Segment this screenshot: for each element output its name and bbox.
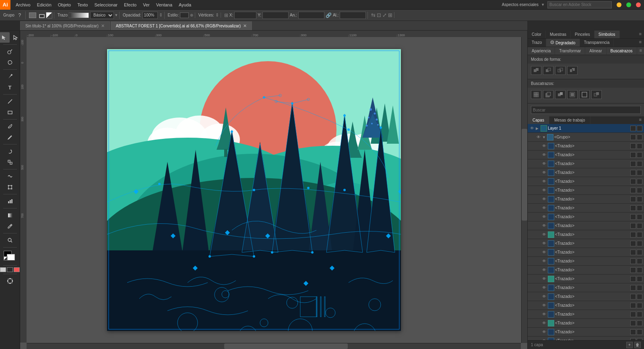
t20-vis[interactable]: 👁 [541,320,547,326]
canvas-content[interactable] [27,37,521,343]
expand-icon[interactable]: ⤢ [382,12,387,18]
t5-lock[interactable] [630,188,636,193]
grupo-lock[interactable] [630,134,636,140]
t6-lock[interactable] [630,196,636,202]
t12-lock[interactable] [630,250,636,255]
t6-target[interactable] [637,196,642,202]
t9-name[interactable]: <Trazado> [555,223,630,228]
t12-vis[interactable]: 👁 [541,250,547,255]
trim-btn[interactable] [543,90,553,99]
magic-wand-tool[interactable] [4,46,16,57]
t5-name[interactable]: <Trazado> [555,188,630,192]
t17-lock[interactable] [630,294,636,299]
horizontal-scrollbar[interactable] [27,343,521,349]
vertices-stepper[interactable]: ⇕ [215,12,219,18]
property-panel-options-btn[interactable]: ≡ [637,47,644,55]
trazado-item-12[interactable]: 👁 <Trazado> [528,248,644,257]
artboard[interactable] [107,49,401,331]
lasso-tool[interactable] [4,57,16,68]
t14-vis[interactable]: 👁 [541,267,547,273]
trazado-item-2[interactable]: 👁 <Trazado> [528,159,644,168]
t17-vis[interactable]: 👁 [541,294,547,299]
x-input[interactable]: 700 px [234,12,256,19]
t4-target[interactable] [637,179,642,184]
tab-transformar[interactable]: Transformar [555,47,585,55]
tab-simbolos[interactable]: Símbolos [594,31,620,38]
trazado-item-20[interactable]: 👁 <Trazado> [528,319,644,328]
exclude-btn[interactable] [567,66,578,75]
rect-tool[interactable] [4,107,16,118]
tab-degradado[interactable]: Degradado [546,39,580,47]
stroke-color-swatch[interactable] [37,12,45,18]
t10-lock[interactable] [630,232,636,237]
t2-lock[interactable] [630,161,636,167]
menu-edicion[interactable]: Edición [34,2,54,8]
t13-lock[interactable] [630,258,636,264]
reflect-icon[interactable]: ⇆ [371,12,376,18]
gradient-tool[interactable] [4,210,16,221]
t6-vis[interactable]: 👁 [541,196,547,202]
crop-btn[interactable] [567,90,578,99]
t10-target[interactable] [637,232,642,237]
menu-seleccionar[interactable]: Seleccionar [91,2,120,8]
layer-1-item[interactable]: 👁 ▶ Layer 1 [528,124,644,133]
object-help-btn[interactable]: ? [16,11,24,19]
t9-vis[interactable]: 👁 [541,223,547,229]
t15-vis[interactable]: 👁 [541,276,547,282]
sub-panel-options-btn[interactable]: ≡ [637,39,644,47]
t8-target[interactable] [637,214,642,220]
find-input[interactable] [531,106,641,114]
adobe-stock-search[interactable] [547,1,612,8]
t1-target[interactable] [637,152,642,158]
tab-untitled-close[interactable]: ✕ [101,23,105,29]
close-button[interactable] [636,2,641,7]
maximize-button[interactable] [626,2,631,7]
t4-lock[interactable] [630,179,636,184]
stroke-style-select[interactable]: Básico [90,12,114,19]
layer-1-lock[interactable] [630,126,636,131]
t16-target[interactable] [637,285,642,291]
t21-vis[interactable]: 👁 [541,329,547,335]
minus-back-btn[interactable] [591,90,602,99]
t11-target[interactable] [637,241,642,246]
menu-ventana[interactable]: Ventana [153,2,175,8]
t15-target[interactable] [637,276,642,282]
t4-name[interactable]: <Trazado> [555,179,630,184]
type-tool[interactable]: T [4,82,16,93]
t9-target[interactable] [637,223,642,229]
t20-name[interactable]: <Trazado> [555,321,630,325]
t19-vis[interactable]: 👁 [541,312,547,317]
t14-name[interactable]: <Trazado> [555,268,630,272]
trazado-item-11[interactable]: 👁 <Trazado> [528,239,644,248]
grupo-target[interactable] [637,134,642,140]
t0-vis[interactable]: 👁 [541,143,547,149]
grupo-visibility[interactable]: 👁 [536,134,541,140]
t21-name[interactable]: <Trazado> [555,330,630,334]
shape-modes-header[interactable]: Modos de forma: [528,55,644,64]
t12-target[interactable] [637,250,642,255]
t0-lock[interactable] [630,143,636,149]
t8-name[interactable]: <Trazado> [555,215,630,219]
normal-mode[interactable] [0,267,6,272]
eyedropper-tool[interactable] [4,221,16,231]
t11-lock[interactable] [630,241,636,246]
t5-vis[interactable]: 👁 [541,188,547,193]
free-transform-tool[interactable] [4,182,16,192]
trazado-item-17[interactable]: 👁 <Trazado> [528,292,644,301]
opacity-input[interactable] [142,12,158,19]
none-swatch[interactable] [46,12,52,19]
canvas-area[interactable]: -200 -100 0 100 300 500 70 [20,31,527,349]
t16-vis[interactable]: 👁 [541,285,547,291]
layer-1-visibility[interactable]: 👁 [529,126,535,131]
t11-name[interactable]: <Trazado> [555,241,630,246]
tab-color[interactable]: Color [528,31,546,38]
y-input[interactable]: 699,995 px [262,12,289,19]
t1-lock[interactable] [630,152,636,158]
t21-target[interactable] [637,329,642,335]
t1-vis[interactable]: 👁 [541,152,547,158]
t19-lock[interactable] [630,312,636,317]
t4-vis[interactable]: 👁 [541,179,547,184]
grupo-name[interactable]: <Grupo> [554,135,630,139]
t18-lock[interactable] [630,303,636,308]
grupo-item[interactable]: 👁 ▼ <Grupo> [528,133,644,142]
